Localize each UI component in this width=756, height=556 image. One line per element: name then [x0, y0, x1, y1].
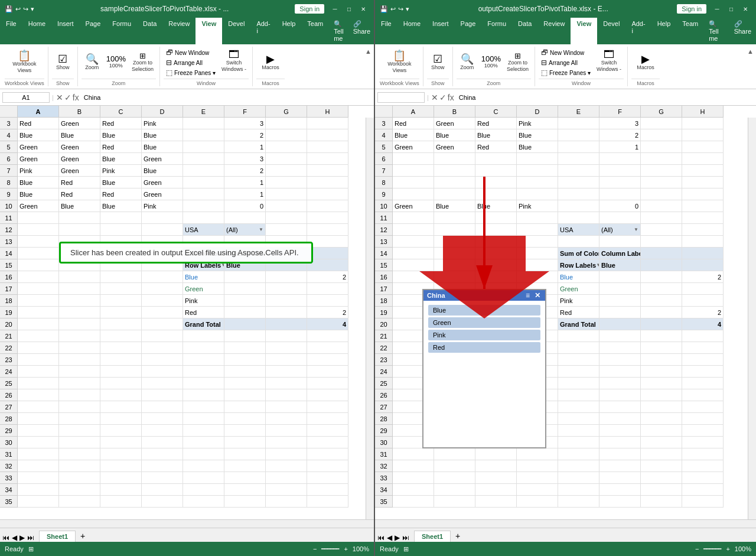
left-show-button[interactable]: ☑ Show [52, 53, 73, 72]
cell-B5[interactable]: Green [59, 141, 100, 153]
left-switch-windows-button[interactable]: 🗔 SwitchWindows - [219, 48, 249, 74]
cell-B9[interactable]: Red [59, 188, 100, 200]
right-row-31[interactable]: 31 [375, 448, 392, 460]
r-cell-A3[interactable]: Red [393, 118, 434, 129]
left-row-32[interactable]: 32 [0, 460, 17, 472]
right-sheet-nav-next[interactable]: ▶ [395, 534, 400, 542]
right-undo-icon[interactable]: ↩ [390, 5, 396, 13]
r-cell-D4[interactable]: Blue [517, 129, 558, 141]
r-cell-C4[interactable]: Blue [475, 129, 517, 141]
left-row-3[interactable]: 3 [0, 118, 17, 129]
right-insert-function-button[interactable]: fx [448, 93, 454, 102]
r-cell-F15[interactable]: Blue [599, 259, 641, 271]
r-cell-A10[interactable]: Green [393, 200, 434, 212]
right-row-25[interactable]: 25 [375, 378, 392, 389]
left-zoom-slider[interactable]: ━━━━━━ [321, 546, 339, 552]
r-cell-E10[interactable] [558, 200, 599, 212]
left-row-12[interactable]: 12 [0, 224, 17, 236]
cell-D4[interactable]: Blue [142, 129, 183, 141]
left-row-8[interactable]: 8 [0, 177, 17, 188]
left-row-24[interactable]: 24 [0, 366, 17, 378]
cell-F17[interactable] [224, 283, 266, 295]
r-cell-E14[interactable]: Sum of Color [558, 248, 599, 259]
cell-D5[interactable]: Blue [142, 141, 183, 153]
left-row-10[interactable]: 10 [0, 200, 17, 212]
r-cell-C5[interactable]: Red [475, 141, 517, 153]
cell-H4[interactable] [307, 129, 348, 141]
right-row-22[interactable]: 22 [375, 342, 392, 354]
left-row-33[interactable]: 33 [0, 472, 17, 484]
cell-E9[interactable] [183, 188, 224, 200]
left-col-E[interactable]: E [183, 106, 224, 117]
left-row-9[interactable]: 9 [0, 188, 17, 200]
cell-F5[interactable]: 1 [224, 141, 266, 153]
r-cell-C3[interactable]: Red [475, 118, 517, 129]
right-minimize-button[interactable]: ─ [711, 3, 723, 15]
right-row-4[interactable]: 4 [375, 129, 392, 141]
right-col-D[interactable]: D [517, 106, 558, 117]
slicer-item-blue[interactable]: Blue [428, 305, 540, 316]
left-col-H[interactable]: H [307, 106, 348, 117]
cell-D9[interactable]: Green [142, 188, 183, 200]
r-cell-E12[interactable]: USA [558, 224, 599, 236]
cell-H8[interactable] [307, 177, 348, 188]
right-freeze-panes-button[interactable]: ⬚ Freeze Panes ▾ [539, 68, 593, 77]
r-cell-G5[interactable] [641, 141, 682, 153]
left-row-6[interactable]: 6 [0, 153, 17, 165]
left-new-window-button[interactable]: 🗗 New Window [164, 48, 218, 57]
r-cell-F4[interactable]: 2 [599, 129, 641, 141]
left-row-35[interactable]: 35 [0, 496, 17, 508]
left-row-11[interactable]: 11 [0, 212, 17, 224]
right-row-7[interactable]: 7 [375, 165, 392, 177]
cell-F8[interactable]: 1 [224, 177, 266, 188]
left-share[interactable]: 🔗 Share [348, 18, 375, 44]
right-name-box[interactable] [377, 92, 425, 103]
cell-G6[interactable] [266, 153, 307, 165]
left-sheet-tab-sheet1[interactable]: Sheet1 [39, 531, 76, 542]
right-col-F[interactable]: F [599, 106, 641, 117]
cell-G17[interactable] [266, 283, 307, 295]
left-row-17[interactable]: 17 [0, 283, 17, 295]
right-sign-in-button[interactable]: Sign in [677, 4, 706, 14]
r-cell-H10[interactable] [682, 200, 724, 212]
left-row-23[interactable]: 23 [0, 354, 17, 366]
cell-A14[interactable] [18, 248, 59, 259]
cell-C9[interactable]: Red [100, 188, 142, 200]
cell-G11[interactable] [266, 212, 307, 224]
right-show-button[interactable]: ☑ Show [427, 53, 448, 72]
r-cell-H3[interactable] [682, 118, 724, 129]
right-col-G[interactable]: G [641, 106, 682, 117]
cell-G4[interactable] [266, 129, 307, 141]
right-row-35[interactable]: 35 [375, 496, 392, 508]
left-row-25[interactable]: 25 [0, 378, 17, 389]
left-formula-input[interactable] [82, 93, 372, 102]
left-zoom-out-button[interactable]: − [313, 545, 317, 552]
left-row-16[interactable]: 16 [0, 271, 17, 283]
cell-A18[interactable] [18, 295, 59, 307]
cell-A13[interactable] [18, 236, 59, 248]
cell-D12[interactable] [142, 224, 183, 236]
left-row-20[interactable]: 20 [0, 318, 17, 330]
right-row-26[interactable]: 26 [375, 389, 392, 401]
cell-B7[interactable]: Green [59, 165, 100, 177]
cell-C12[interactable] [100, 224, 142, 236]
left-name-box[interactable] [2, 92, 50, 103]
cell-H9[interactable] [307, 188, 348, 200]
cell-H12[interactable] [307, 224, 348, 236]
left-arrange-all-button[interactable]: ⊟ Arrange All [164, 58, 218, 67]
right-scrollbar-v[interactable] [748, 118, 756, 519]
save-icon[interactable]: 💾 [5, 5, 13, 13]
cell-E3[interactable] [183, 118, 224, 129]
right-corner-cell[interactable] [375, 106, 392, 118]
right-zoom-selection-button[interactable]: ⊞ Zoom toSelection [504, 51, 531, 74]
right-row-32[interactable]: 32 [375, 460, 392, 472]
cell-E4[interactable] [183, 129, 224, 141]
left-scrollbar-v[interactable] [366, 118, 374, 519]
cell-A7[interactable]: Pink [18, 165, 59, 177]
right-col-C[interactable]: C [475, 106, 517, 117]
r-cell-G4[interactable] [641, 129, 682, 141]
left-tab-team[interactable]: Team [301, 18, 329, 44]
cell-C10[interactable]: Blue [100, 200, 142, 212]
cell-E17[interactable]: Green [183, 283, 224, 295]
right-col-A[interactable]: A [393, 106, 434, 117]
